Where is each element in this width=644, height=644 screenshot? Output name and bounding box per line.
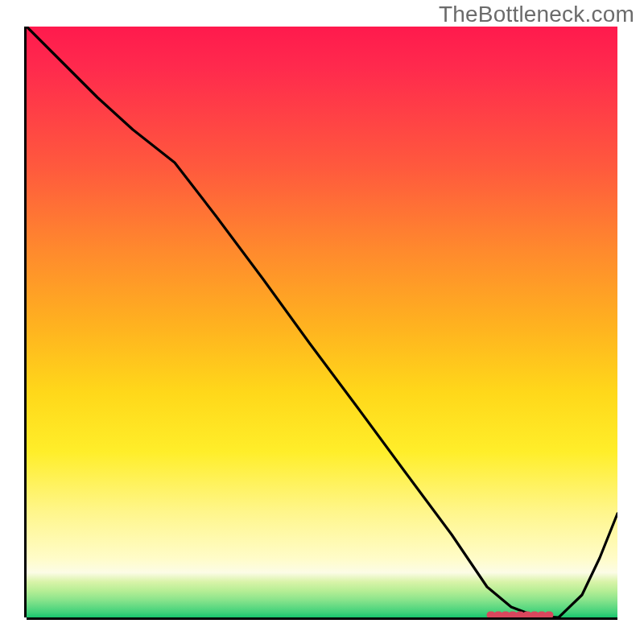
x-axis-line xyxy=(27,617,617,620)
plot-area xyxy=(27,27,617,617)
chart-overlay xyxy=(27,27,617,617)
y-axis-line xyxy=(24,27,27,617)
watermark-text: TheBottleneck.com xyxy=(439,2,634,27)
bottleneck-curve xyxy=(27,27,617,617)
chart-frame: TheBottleneck.com xyxy=(0,0,644,644)
